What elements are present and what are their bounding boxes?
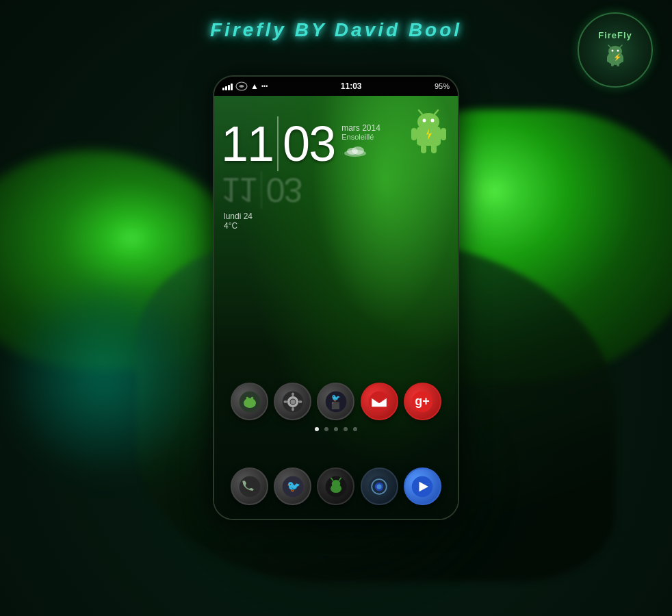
clock-divider (277, 116, 279, 171)
page-dot-5 (353, 427, 357, 431)
svg-text:⬛: ⬛ (331, 401, 340, 410)
svg-point-22 (431, 119, 435, 123)
weather-date: mars 2014 (341, 123, 380, 133)
app-icon-gmail[interactable] (361, 383, 398, 420)
svg-text:🐦: 🐦 (287, 479, 301, 493)
weather-widget: mars 2014 Ensoleillé (341, 123, 380, 160)
settings-inner (281, 389, 305, 414)
status-dots: ••• (261, 83, 268, 90)
svg-line-24 (435, 110, 438, 114)
svg-point-28 (246, 396, 248, 399)
svg-point-14 (352, 146, 364, 155)
app-row-1: 🐦 ⬛ g+ (228, 383, 444, 420)
dock-icon-twitterbird[interactable]: 🐦 (274, 467, 311, 505)
clock-widget: 11 03 11 03 lundi 24 4°C (221, 116, 335, 231)
clock-divider-reflection (261, 171, 262, 209)
dock-icon-chat[interactable] (361, 467, 398, 505)
svg-rect-3 (611, 62, 614, 66)
svg-point-29 (250, 396, 253, 399)
svg-point-7 (617, 49, 619, 51)
phone-screen: 11 03 11 03 lundi 24 4°C mars 2014 Ensol… (214, 96, 458, 519)
date-line1: lundi 24 (224, 211, 335, 221)
svg-line-9 (620, 45, 622, 47)
weather-desc: Ensoleillé (341, 133, 380, 141)
phone-inner (237, 474, 262, 499)
page-dot-4 (344, 427, 348, 431)
svg-rect-1 (607, 57, 610, 62)
android-green-inner (237, 389, 262, 414)
status-bar: ▲ ••• 11:03 95% (214, 77, 458, 96)
svg-line-23 (419, 110, 422, 114)
firefly-badge-text: FireFly (598, 30, 632, 40)
status-battery: 95% (435, 82, 450, 90)
status-time: 11:03 (341, 81, 362, 91)
svg-point-43 (239, 476, 260, 497)
svg-rect-18 (421, 144, 426, 153)
svg-point-6 (612, 49, 614, 51)
dock-icon-phone[interactable] (231, 467, 268, 505)
clock-time: 11 03 (221, 116, 335, 171)
gplus-inner: g+ (410, 389, 435, 414)
svg-point-27 (244, 398, 256, 407)
dock: 🐦 (214, 467, 458, 505)
svg-rect-35 (283, 400, 287, 403)
phone-mockup: ▲ ••• 11:03 95% 11 03 11 03 (213, 75, 459, 520)
android-mascot (410, 110, 448, 157)
signal-bar-3 (228, 85, 230, 90)
svg-rect-16 (411, 128, 417, 140)
page-title: Firefly BY David Bool (210, 19, 462, 41)
signal-bars (222, 82, 233, 90)
carrier-logo (235, 81, 248, 91)
date-line2: 4°C (224, 221, 335, 231)
svg-point-21 (423, 119, 426, 123)
svg-point-32 (290, 399, 295, 404)
signal-bar-1 (222, 88, 224, 90)
chat-inner (367, 474, 391, 499)
svg-line-8 (608, 45, 610, 47)
play-inner (410, 474, 435, 499)
dock-icon-play[interactable] (404, 467, 441, 505)
weather-icon (341, 144, 380, 160)
app-icon-gplus[interactable]: g+ (404, 383, 441, 420)
page-dots (228, 427, 444, 431)
app-grid: 🐦 ⬛ g+ (214, 383, 458, 437)
svg-rect-36 (298, 400, 302, 403)
clock-hour: 11 (221, 119, 273, 168)
clock-hour-reflection: 11 (221, 173, 257, 207)
app-icon-android-green[interactable] (231, 383, 268, 420)
twitterbird-inner: 🐦 (281, 474, 305, 499)
svg-rect-34 (292, 407, 294, 411)
dock-icon-android-black[interactable] (317, 467, 354, 505)
app-icon-twitter-bb[interactable]: 🐦 ⬛ (317, 383, 354, 420)
signal-bar-4 (231, 84, 233, 90)
svg-text:g+: g+ (415, 394, 430, 408)
svg-point-20 (417, 113, 439, 131)
svg-rect-19 (431, 144, 437, 153)
page-dot-3 (334, 427, 338, 431)
signal-bar-2 (225, 86, 227, 90)
svg-rect-33 (292, 392, 294, 396)
clock-minute-reflection: 03 (266, 173, 302, 207)
clock-minute: 03 (283, 119, 335, 168)
svg-rect-17 (441, 128, 446, 140)
page-dot-2 (324, 427, 328, 431)
firefly-badge: FireFly ⚡ (578, 12, 653, 88)
android-black-inner (324, 474, 348, 499)
gmail-inner (367, 389, 391, 414)
dock-row: 🐦 (228, 467, 444, 505)
app-icon-settings[interactable] (274, 383, 311, 420)
page-dot-1 (315, 427, 319, 431)
twitter-bb-inner: 🐦 ⬛ (324, 389, 348, 414)
clock-reflection: 11 03 (221, 171, 335, 209)
svg-rect-4 (617, 62, 619, 66)
status-left: ▲ ••• (222, 81, 268, 91)
date-info: lundi 24 4°C (224, 211, 335, 231)
svg-text:⚡: ⚡ (613, 53, 622, 62)
svg-point-56 (377, 484, 382, 489)
firefly-badge-android-icon: ⚡ (602, 43, 629, 70)
wifi-icon: ▲ (250, 81, 259, 91)
